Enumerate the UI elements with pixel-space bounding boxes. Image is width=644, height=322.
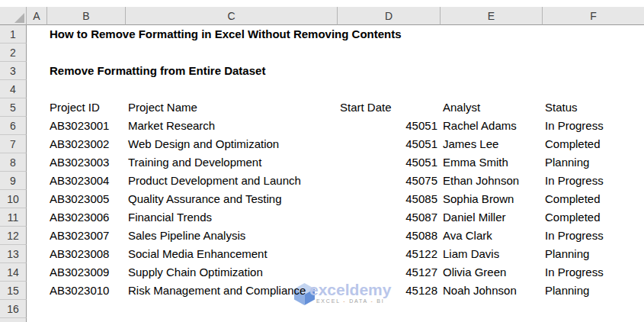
cell-status[interactable]: In Progress <box>543 117 644 135</box>
cell-project-name[interactable]: Quality Assurance and Testing <box>126 190 338 208</box>
cell-analyst[interactable]: Liam Davis <box>441 245 543 263</box>
cell-analyst[interactable]: Ethan Johnson <box>441 172 543 190</box>
cell-header-analyst[interactable]: Analyst <box>441 98 543 117</box>
cell-project-id[interactable]: AB3023006 <box>47 208 126 227</box>
cell-project-id[interactable]: AB3023001 <box>47 117 126 135</box>
cell-analyst[interactable]: Daniel Miller <box>441 208 543 227</box>
column-header-d[interactable]: D <box>338 7 441 25</box>
column-header-b[interactable]: B <box>47 7 126 25</box>
cell-project-name[interactable]: Training and Development <box>126 153 338 172</box>
cell-project-name[interactable]: Financial Trends <box>126 208 338 227</box>
column-header-e[interactable]: E <box>441 7 543 25</box>
column-header-f[interactable]: F <box>543 7 644 25</box>
cell-project-name[interactable]: Supply Chain Optimization <box>126 263 338 282</box>
row-header-2[interactable]: 2 <box>0 43 27 62</box>
cell-project-name[interactable]: Market Research <box>126 117 338 135</box>
cell-project-name[interactable]: Product Development and Launch <box>126 172 338 190</box>
row-header-14[interactable]: 14 <box>0 263 27 282</box>
row-header-5[interactable]: 5 <box>0 98 27 117</box>
cell-project-name[interactable]: Social Media Enhancement <box>126 245 338 263</box>
row-header-6[interactable]: 6 <box>0 117 27 135</box>
cell-project-id[interactable]: AB3023002 <box>47 135 126 153</box>
cell-analyst[interactable]: Noah Johnson <box>441 282 543 300</box>
row-header-13[interactable]: 13 <box>0 245 27 263</box>
cell-analyst[interactable]: Rachel Adams <box>441 117 543 135</box>
row-header-1[interactable]: 1 <box>0 25 27 43</box>
cell-project-id[interactable]: AB3023008 <box>47 245 126 263</box>
cell-header-project-name[interactable]: Project Name <box>126 98 338 117</box>
cell-status[interactable]: Planning <box>543 153 644 172</box>
cell-status[interactable]: Planning <box>543 282 644 300</box>
cell-title[interactable]: How to Remove Formatting in Excel Withou… <box>47 25 644 43</box>
column-header-a[interactable]: A <box>27 7 47 25</box>
cell-project-id[interactable]: AB3023003 <box>47 153 126 172</box>
cell-status[interactable]: Completed <box>543 208 644 227</box>
row-header-11[interactable]: 11 <box>0 208 27 227</box>
cell-header-project-id[interactable]: Project ID <box>47 98 126 117</box>
cell-analyst[interactable]: James Lee <box>441 135 543 153</box>
cell-status[interactable]: In Progress <box>543 172 644 190</box>
row-header-10[interactable]: 10 <box>0 190 27 208</box>
cell-start-date[interactable]: 45051 <box>338 135 441 153</box>
cell-start-date[interactable]: 45085 <box>338 190 441 208</box>
cell-project-id[interactable]: AB3023010 <box>47 282 126 300</box>
cell-start-date[interactable]: 45087 <box>338 208 441 227</box>
spreadsheet: exceldemy EXCEL - DATA - BI A B C D E F … <box>0 0 644 322</box>
cell-status[interactable]: Completed <box>543 135 644 153</box>
cell-start-date[interactable]: 45051 <box>338 117 441 135</box>
cell-analyst[interactable]: Ava Clark <box>441 227 543 245</box>
cell-project-name[interactable]: Sales Pipeline Analysis <box>126 227 338 245</box>
cell-project-id[interactable]: AB3023005 <box>47 190 126 208</box>
cell-project-id[interactable]: AB3023007 <box>47 227 126 245</box>
cell-start-date[interactable]: 45127 <box>338 263 441 282</box>
row-header-15[interactable]: 15 <box>0 282 27 300</box>
cell-header-start-date[interactable]: Start Date <box>338 98 441 117</box>
cell-start-date[interactable]: 45088 <box>338 227 441 245</box>
cell-project-name[interactable]: Risk Management and Compliance <box>126 282 338 300</box>
select-all-triangle-icon <box>14 13 24 23</box>
cell-analyst[interactable]: Emma Smith <box>441 153 543 172</box>
cell-analyst[interactable]: Olivia Green <box>441 263 543 282</box>
row-header-3[interactable]: 3 <box>0 62 27 80</box>
cell-status[interactable]: In Progress <box>543 227 644 245</box>
column-header-c[interactable]: C <box>126 7 338 25</box>
cell-start-date[interactable]: 45128 <box>338 282 441 300</box>
cell-status[interactable]: Planning <box>543 245 644 263</box>
row-header-9[interactable]: 9 <box>0 172 27 190</box>
row-header-16[interactable]: 16 <box>0 300 27 318</box>
cell-section-heading[interactable]: Remove Formatting from Entire Dataset <box>47 62 644 80</box>
cell-start-date[interactable]: 45075 <box>338 172 441 190</box>
cell-analyst[interactable]: Sophia Brown <box>441 190 543 208</box>
row-header-4[interactable]: 4 <box>0 80 27 98</box>
row-header-7[interactable]: 7 <box>0 135 27 153</box>
cell-status[interactable]: In Progress <box>543 263 644 282</box>
cell-project-id[interactable]: AB3023004 <box>47 172 126 190</box>
row-header-12[interactable]: 12 <box>0 227 27 245</box>
cell-project-id[interactable]: AB3023009 <box>47 263 126 282</box>
row-header-8[interactable]: 8 <box>0 153 27 172</box>
select-all-button[interactable] <box>0 7 27 25</box>
row-header-17[interactable] <box>0 318 27 322</box>
cell-header-status[interactable]: Status <box>543 98 644 117</box>
cell-start-date[interactable]: 45122 <box>338 245 441 263</box>
cell-status[interactable]: Completed <box>543 190 644 208</box>
cell-start-date[interactable]: 45051 <box>338 153 441 172</box>
cell-project-name[interactable]: Web Design and Optimization <box>126 135 338 153</box>
worksheet-grid: A B C D E F 1 2 3 4 5 6 7 8 9 10 11 12 1… <box>0 7 644 322</box>
